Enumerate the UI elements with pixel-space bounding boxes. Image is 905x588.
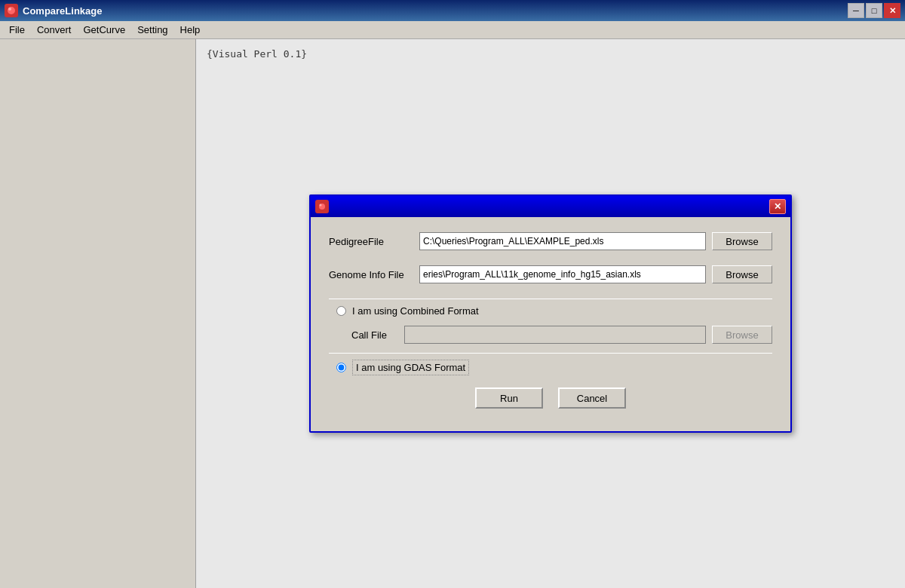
- menu-help[interactable]: Help: [174, 23, 207, 37]
- minimize-button[interactable]: ─: [848, 3, 864, 18]
- menu-file[interactable]: File: [3, 23, 31, 37]
- right-panel: {Visual Perl 0.1} ✕: [196, 39, 905, 588]
- gdas-format-row: I am using GDAS Format: [329, 360, 772, 375]
- svg-point-1: [8, 8, 11, 11]
- call-file-input[interactable]: [404, 326, 706, 344]
- divider-2: [329, 353, 772, 354]
- app-icon: [5, 4, 18, 17]
- restore-button[interactable]: □: [866, 3, 882, 18]
- genome-browse-button[interactable]: Browse: [712, 265, 772, 283]
- menu-bar: File Convert GetCurve Setting Help: [0, 21, 905, 39]
- gdas-format-radio[interactable]: [336, 363, 346, 372]
- main-content: {Visual Perl 0.1} ✕: [0, 39, 905, 588]
- genome-info-row: Genome Info File Browse: [329, 265, 772, 283]
- run-button[interactable]: Run: [475, 387, 543, 409]
- menu-convert[interactable]: Convert: [31, 23, 78, 37]
- genome-info-label: Genome Info File: [329, 269, 419, 280]
- combined-format-row: I am using Combined Format: [329, 305, 772, 317]
- gdas-format-label[interactable]: I am using GDAS Format: [352, 360, 469, 375]
- menu-setting[interactable]: Setting: [131, 23, 173, 37]
- dialog-close-button[interactable]: ✕: [769, 199, 786, 214]
- button-row: Run Cancel: [329, 387, 772, 416]
- svg-point-0: [8, 7, 15, 14]
- modal-overlay: ✕ PedigreeFile Browse Genome Info File B…: [196, 39, 905, 588]
- title-bar: CompareLinkage ─ □ ✕: [0, 0, 905, 21]
- window-title: CompareLinkage: [23, 5, 848, 17]
- cancel-button[interactable]: Cancel: [558, 387, 626, 409]
- svg-point-3: [320, 204, 322, 207]
- call-file-row: Call File Browse: [329, 326, 772, 344]
- dialog-body: PedigreeFile Browse Genome Info File Bro…: [311, 217, 790, 431]
- combined-format-radio[interactable]: [336, 306, 346, 316]
- left-panel: [0, 39, 196, 588]
- pedigree-file-label: PedigreeFile: [329, 236, 419, 247]
- pedigree-file-row: PedigreeFile Browse: [329, 232, 772, 250]
- menu-getcurve[interactable]: GetCurve: [77, 23, 131, 37]
- pedigree-file-input[interactable]: [419, 232, 706, 250]
- call-file-browse-button[interactable]: Browse: [712, 326, 772, 344]
- divider-1: [329, 299, 772, 299]
- dialog-title-bar: ✕: [311, 196, 790, 217]
- dialog-icon: [315, 200, 329, 213]
- window-controls: ─ □ ✕: [848, 3, 900, 18]
- close-button[interactable]: ✕: [884, 3, 900, 18]
- convert-dialog: ✕ PedigreeFile Browse Genome Info File B…: [309, 194, 792, 433]
- combined-format-label[interactable]: I am using Combined Format: [352, 305, 479, 317]
- pedigree-browse-button[interactable]: Browse: [712, 232, 772, 250]
- genome-info-input[interactable]: [419, 265, 706, 283]
- call-file-label: Call File: [351, 329, 404, 341]
